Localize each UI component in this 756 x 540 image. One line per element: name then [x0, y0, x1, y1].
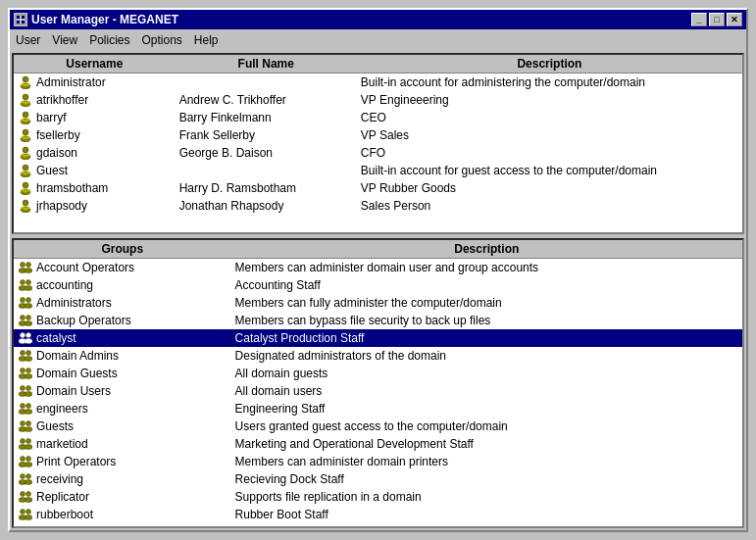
- user-description: Sales Person: [357, 197, 742, 215]
- svg-point-84: [25, 427, 32, 432]
- svg-point-23: [25, 137, 27, 140]
- svg-point-34: [27, 172, 30, 174]
- group-row[interactable]: Domain Admins Designated administrators …: [14, 347, 742, 365]
- maximize-button[interactable]: □: [709, 13, 725, 26]
- svg-point-49: [21, 280, 25, 285]
- group-row[interactable]: Domain Guests All domain guests: [14, 365, 742, 382]
- svg-point-24: [27, 136, 30, 139]
- groups-table: Groups Description Account Operators: [14, 240, 742, 528]
- user-row[interactable]: atrikhoffer Andrew C. Trikhoffer VP Engi…: [14, 91, 742, 109]
- svg-point-86: [26, 439, 31, 444]
- group-description: Members can bypass file security to back…: [231, 312, 742, 329]
- svg-point-42: [22, 207, 25, 210]
- group-row[interactable]: Domain Users All domain users: [14, 382, 742, 400]
- svg-point-32: [22, 172, 25, 174]
- svg-point-48: [25, 269, 32, 273]
- main-window: User Manager - MEGANET _ □ ✕ User View P…: [8, 8, 748, 532]
- user-username: atrikhoffer: [14, 91, 176, 109]
- groups-col-group: Groups: [14, 240, 231, 259]
- group-icon: [18, 295, 33, 311]
- svg-point-74: [26, 386, 31, 391]
- user-icon: [18, 74, 33, 90]
- minimize-button[interactable]: _: [691, 13, 707, 26]
- svg-point-100: [25, 498, 32, 503]
- group-row[interactable]: Replicator Supports file replication in …: [14, 488, 742, 506]
- group-icon: [18, 489, 33, 505]
- menu-help[interactable]: Help: [188, 31, 225, 49]
- svg-point-50: [26, 280, 31, 285]
- group-row[interactable]: Backup Operators Members can bypass file…: [14, 312, 742, 329]
- svg-point-82: [26, 421, 31, 426]
- group-icon: [18, 260, 33, 275]
- group-row[interactable]: accounting Accounting Staff: [14, 276, 742, 294]
- group-icon: [18, 277, 33, 293]
- user-username: Guest: [14, 162, 176, 179]
- user-fullname: Harry D. Ramsbotham: [176, 179, 357, 197]
- svg-point-77: [21, 404, 25, 409]
- user-row[interactable]: hramsbotham Harry D. Ramsbotham VP Rubbe…: [14, 179, 742, 197]
- group-icon: [18, 330, 33, 346]
- user-icon: [18, 145, 33, 161]
- group-row[interactable]: Print Operators Members can administer d…: [14, 453, 742, 470]
- group-row[interactable]: Account Operators Members can administer…: [14, 259, 742, 277]
- group-name: Account Operators: [14, 259, 231, 277]
- user-row[interactable]: jrhapsody Jonathan Rhapsody Sales Person: [14, 197, 742, 215]
- svg-point-46: [26, 263, 31, 268]
- group-row[interactable]: sales Sales Staff: [14, 523, 742, 528]
- user-row[interactable]: Administrator Built-in account for admin…: [14, 74, 742, 92]
- svg-point-96: [25, 480, 32, 485]
- group-description: Supports file replication in a domain: [231, 488, 742, 506]
- svg-point-104: [25, 515, 32, 520]
- svg-point-44: [27, 207, 30, 210]
- svg-point-45: [21, 263, 25, 268]
- group-icon: [18, 418, 33, 434]
- svg-rect-1: [17, 16, 20, 19]
- menu-view[interactable]: View: [46, 31, 83, 49]
- svg-point-60: [25, 321, 32, 326]
- svg-point-27: [22, 154, 25, 157]
- menu-options[interactable]: Options: [136, 31, 188, 49]
- user-row[interactable]: barryf Barry Finkelmann CEO: [14, 109, 742, 126]
- svg-point-15: [23, 112, 28, 118]
- group-row[interactable]: Administrators Members can fully adminis…: [14, 294, 742, 312]
- user-description: CFO: [357, 144, 742, 162]
- user-description: CEO: [357, 109, 742, 126]
- svg-point-92: [25, 463, 32, 467]
- menu-user[interactable]: User: [10, 31, 46, 49]
- users-panel[interactable]: Username Full Name Description: [12, 53, 744, 234]
- svg-point-25: [23, 147, 28, 153]
- group-description: Accounting Staff: [231, 276, 742, 294]
- menu-policies[interactable]: Policies: [83, 31, 135, 49]
- svg-point-37: [22, 189, 25, 192]
- user-row[interactable]: Guest Built-in account for guest access …: [14, 162, 742, 179]
- user-fullname: Andrew C. Trikhoffer: [176, 91, 357, 109]
- user-fullname: [176, 162, 357, 179]
- group-name: Domain Users: [14, 382, 231, 400]
- close-button[interactable]: ✕: [727, 13, 742, 26]
- groups-panel[interactable]: Groups Description Account Operators: [12, 238, 744, 528]
- window-icon: [14, 13, 27, 26]
- group-row[interactable]: rubberboot Rubber Boot Staff: [14, 506, 742, 523]
- group-row[interactable]: catalyst Catalyst Production Staff: [14, 329, 742, 347]
- user-username: gdaison: [14, 144, 176, 162]
- group-icon: [18, 401, 33, 417]
- group-row[interactable]: receiving Recieving Dock Staff: [14, 470, 742, 488]
- svg-point-78: [26, 404, 31, 409]
- group-row[interactable]: marketiod Marketing and Operational Deve…: [14, 435, 742, 453]
- svg-point-66: [26, 351, 31, 356]
- group-description: Catalyst Production Staff: [231, 329, 742, 347]
- svg-point-38: [25, 190, 27, 193]
- group-description: Users granted guest access to the comput…: [231, 417, 742, 435]
- svg-point-81: [21, 421, 25, 426]
- user-description: Built-in account for administering the c…: [357, 74, 742, 92]
- svg-rect-4: [22, 21, 25, 24]
- svg-point-20: [23, 129, 28, 135]
- group-row[interactable]: engineers Engineering Staff: [14, 400, 742, 417]
- svg-point-29: [27, 154, 30, 157]
- user-row[interactable]: fsellerby Frank Sellerby VP Sales: [14, 126, 742, 144]
- user-row[interactable]: gdaison George B. Daison CFO: [14, 144, 742, 162]
- users-col-username: Username: [14, 55, 176, 74]
- user-icon: [18, 198, 33, 214]
- group-row[interactable]: Guests Users granted guest access to the…: [14, 417, 742, 435]
- group-description: Designated administrators of the domain: [231, 347, 742, 365]
